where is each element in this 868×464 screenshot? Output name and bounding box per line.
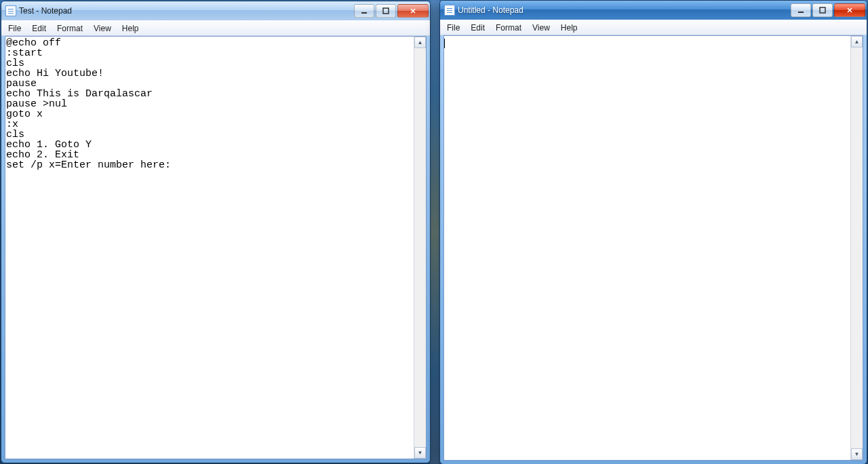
desktop-divider <box>430 0 439 464</box>
client-area: @echo off :start cls echo Hi Youtube! pa… <box>5 36 427 459</box>
notepad-icon <box>444 5 455 16</box>
titlebar[interactable]: Untitled - Notepad <box>440 1 867 20</box>
svg-rect-2 <box>798 12 804 13</box>
menu-edit[interactable]: Edit <box>26 22 52 35</box>
scroll-down-button[interactable]: ▼ <box>414 447 426 459</box>
svg-rect-1 <box>383 8 389 14</box>
notepad-window-right: Untitled - Notepad File Edit Format View… <box>439 0 867 464</box>
titlebar[interactable]: Test - Notepad <box>1 1 430 20</box>
desktop: Test - Notepad File Edit Format View Hel… <box>0 0 868 464</box>
vertical-scrollbar[interactable]: ▲ ▼ <box>414 37 426 459</box>
menu-help[interactable]: Help <box>555 22 583 34</box>
notepad-window-left: Test - Notepad File Edit Format View Hel… <box>1 1 431 463</box>
text-cursor <box>444 39 445 48</box>
window-title: Test - Notepad <box>19 6 72 16</box>
maximize-icon <box>819 7 826 14</box>
close-icon <box>410 7 416 14</box>
menu-help[interactable]: Help <box>117 22 144 35</box>
menu-file[interactable]: File <box>441 22 465 34</box>
notepad-icon <box>5 5 16 16</box>
maximize-button[interactable] <box>376 4 396 18</box>
minimize-icon <box>361 7 368 14</box>
scroll-track[interactable] <box>851 47 863 448</box>
menu-edit[interactable]: Edit <box>465 22 490 34</box>
scroll-up-button[interactable]: ▲ <box>414 37 426 48</box>
maximize-icon <box>382 7 389 14</box>
menubar: File Edit Format View Help <box>1 20 430 36</box>
window-title: Untitled - Notepad <box>458 5 524 15</box>
minimize-button[interactable] <box>354 4 374 18</box>
menu-format[interactable]: Format <box>490 22 527 34</box>
maximize-button[interactable] <box>812 3 833 17</box>
svg-rect-3 <box>820 7 825 13</box>
client-area: ▲ ▼ <box>443 35 863 461</box>
close-button[interactable] <box>397 4 429 18</box>
minimize-icon <box>797 7 804 14</box>
menu-view[interactable]: View <box>88 22 117 35</box>
scroll-track[interactable] <box>414 48 426 447</box>
close-icon <box>846 7 853 14</box>
minimize-button[interactable] <box>791 3 811 17</box>
menubar: File Edit Format View Help <box>440 20 867 35</box>
scroll-down-button[interactable]: ▼ <box>851 448 863 460</box>
svg-rect-0 <box>361 12 367 14</box>
menu-format[interactable]: Format <box>52 22 88 35</box>
menu-file[interactable]: File <box>3 22 26 35</box>
scroll-up-button[interactable]: ▲ <box>851 36 863 47</box>
close-button[interactable] <box>834 3 865 17</box>
text-editor[interactable] <box>444 36 850 460</box>
text-editor[interactable]: @echo off :start cls echo Hi Youtube! pa… <box>5 37 414 459</box>
menu-view[interactable]: View <box>527 22 555 34</box>
vertical-scrollbar[interactable]: ▲ ▼ <box>850 36 863 460</box>
